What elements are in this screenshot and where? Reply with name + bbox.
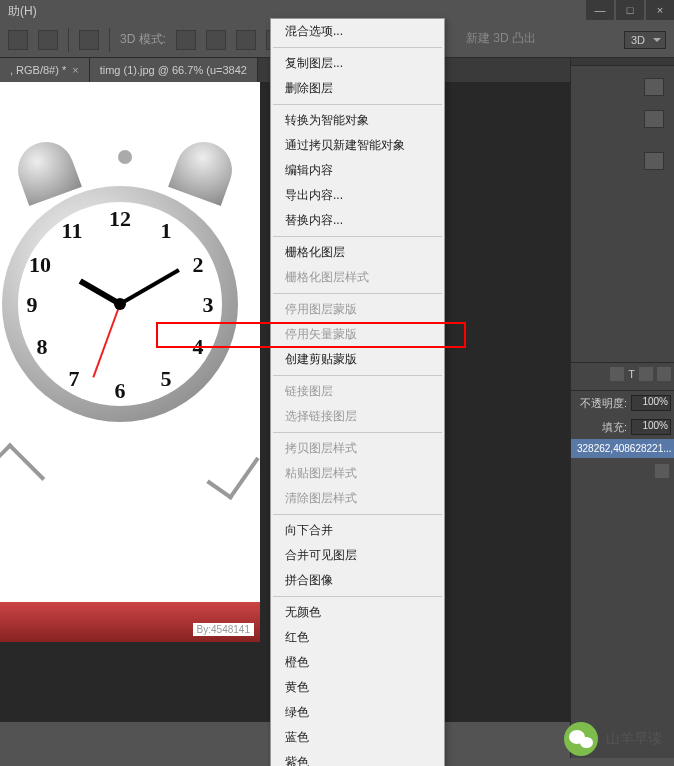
layer-context-menu: 混合选项... 复制图层... 删除图层 转换为智能对象 通过拷贝新建智能对象 … <box>270 18 445 766</box>
byline-label: By:4548141 <box>193 623 254 636</box>
hammer-icon <box>118 150 132 164</box>
clock-number: 11 <box>60 218 84 244</box>
menu-blend-options[interactable]: 混合选项... <box>271 19 444 44</box>
tool-icon[interactable] <box>79 30 99 50</box>
fill-label: 填充: <box>602 420 627 435</box>
menu-separator <box>273 293 442 294</box>
swatches-icon[interactable] <box>644 78 664 96</box>
menu-delete-layer[interactable]: 删除图层 <box>271 76 444 101</box>
minute-hand <box>119 268 180 305</box>
3d-preset-select[interactable]: 3D <box>624 31 666 49</box>
window-controls: — □ × <box>584 0 674 20</box>
clock-number: 3 <box>196 292 220 318</box>
glyph-icon[interactable] <box>657 367 671 381</box>
tool-icon[interactable] <box>8 30 28 50</box>
menu-replace-contents[interactable]: 替换内容... <box>271 208 444 233</box>
clock-number: 8 <box>30 334 54 360</box>
second-hand <box>92 304 121 378</box>
orbit-icon[interactable] <box>176 30 196 50</box>
menu-rasterize-layer[interactable]: 栅格化图层 <box>271 240 444 265</box>
menu-rasterize-style: 栅格化图层样式 <box>271 265 444 290</box>
wechat-watermark: 山羊早读 <box>564 722 662 756</box>
mode-label: 3D 模式: <box>120 31 166 48</box>
clock-number: 5 <box>154 366 178 392</box>
menu-color-violet[interactable]: 紫色 <box>271 750 444 766</box>
bell-icon <box>10 134 82 206</box>
opacity-label: 不透明度: <box>580 396 627 411</box>
fill-value[interactable]: 100% <box>631 419 671 435</box>
bell-icon <box>168 134 240 206</box>
minimize-button[interactable]: — <box>586 0 614 20</box>
opacity-value[interactable]: 100% <box>631 395 671 411</box>
pan-icon[interactable] <box>206 30 226 50</box>
menu-separator <box>273 596 442 597</box>
menu-disable-vmask: 停用矢量蒙版 <box>271 322 444 347</box>
menu-copy-style: 拷贝图层样式 <box>271 436 444 461</box>
menu-color-orange[interactable]: 橙色 <box>271 650 444 675</box>
maximize-button[interactable]: □ <box>616 0 644 20</box>
menu-clear-style: 清除图层样式 <box>271 486 444 511</box>
clock-number: 2 <box>186 252 210 278</box>
clock-leg <box>0 443 45 500</box>
menu-new-smart-copy[interactable]: 通过拷贝新建智能对象 <box>271 133 444 158</box>
menu-separator <box>273 432 442 433</box>
clock-ring: 12 1 2 3 4 5 6 7 8 9 10 11 <box>2 186 238 422</box>
char-panel-tabs: T <box>571 362 674 390</box>
menu-merge-visible[interactable]: 合并可见图层 <box>271 543 444 568</box>
menu-separator <box>273 375 442 376</box>
wechat-icon <box>564 722 598 756</box>
clock-number: 4 <box>186 334 210 360</box>
menu-merge-down[interactable]: 向下合并 <box>271 518 444 543</box>
para-icon[interactable] <box>639 367 653 381</box>
clock-number: 10 <box>28 252 52 278</box>
menu-link-layers: 链接图层 <box>271 379 444 404</box>
menu-export-contents[interactable]: 导出内容... <box>271 183 444 208</box>
menu-color-red[interactable]: 红色 <box>271 625 444 650</box>
menu-separator <box>273 47 442 48</box>
document-tab-active[interactable]: timg (1).jpg @ 66.7% (u=3842 <box>90 58 258 82</box>
adjustments-icon[interactable] <box>644 152 664 170</box>
divider <box>68 28 69 52</box>
menu-create-clip-mask[interactable]: 创建剪贴蒙版 <box>271 347 444 372</box>
clock-number: 12 <box>108 206 132 232</box>
menu-paste-style: 粘贴图层样式 <box>271 461 444 486</box>
tool-icon[interactable] <box>38 30 58 50</box>
menu-separator <box>273 514 442 515</box>
menu-color-blue[interactable]: 蓝色 <box>271 725 444 750</box>
clock-leg <box>206 442 259 500</box>
panels-rail: T 不透明度: 100% 填充: 100% 328262,408628221..… <box>570 58 674 758</box>
menu-separator <box>273 104 442 105</box>
menu-color-green[interactable]: 绿色 <box>271 700 444 725</box>
styles-icon[interactable] <box>644 110 664 128</box>
close-tab-icon[interactable]: × <box>72 64 78 76</box>
menu-color-none[interactable]: 无颜色 <box>271 600 444 625</box>
clock-number: 7 <box>62 366 86 392</box>
close-button[interactable]: × <box>646 0 674 20</box>
divider <box>109 28 110 52</box>
clock-image: 12 1 2 3 4 5 6 7 8 9 10 11 <box>0 142 260 492</box>
wechat-name: 山羊早读 <box>606 730 662 748</box>
image-bottom <box>0 602 260 642</box>
rail-header <box>571 58 674 66</box>
menu-copy-layer[interactable]: 复制图层... <box>271 51 444 76</box>
menu-separator <box>273 236 442 237</box>
new-3d-extrude-label[interactable]: 新建 3D 凸出 <box>466 30 536 47</box>
canvas[interactable]: 12 1 2 3 4 5 6 7 8 9 10 11 <box>0 82 260 642</box>
menu-flatten[interactable]: 拼合图像 <box>271 568 444 593</box>
menu-convert-smart[interactable]: 转换为智能对象 <box>271 108 444 133</box>
dolly-icon[interactable] <box>236 30 256 50</box>
clock-number: 6 <box>108 378 132 404</box>
lock-icon[interactable] <box>655 464 669 478</box>
document-tab[interactable]: , RGB/8#) * × <box>0 58 90 82</box>
layer-row-selected[interactable]: 328262,408628221... <box>571 439 674 458</box>
char-icon[interactable] <box>610 367 624 381</box>
menu-select-linked: 选择链接图层 <box>271 404 444 429</box>
clock-number: 1 <box>154 218 178 244</box>
menu-color-yellow[interactable]: 黄色 <box>271 675 444 700</box>
menu-help[interactable]: 助(H) <box>8 3 37 20</box>
layers-panel: 不透明度: 100% 填充: 100% 328262,408628221... <box>571 390 674 484</box>
clock-pivot <box>114 298 126 310</box>
menu-disable-mask: 停用图层蒙版 <box>271 297 444 322</box>
tab-title: timg (1).jpg @ 66.7% (u=3842 <box>100 64 247 76</box>
menu-edit-contents[interactable]: 编辑内容 <box>271 158 444 183</box>
